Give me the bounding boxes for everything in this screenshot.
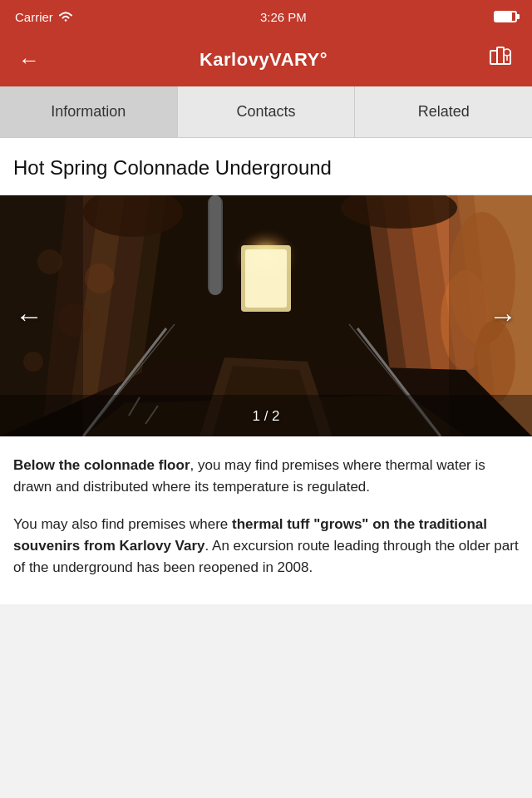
svg-point-43 bbox=[85, 264, 115, 293]
tunnel-image bbox=[0, 195, 532, 436]
battery-display bbox=[494, 11, 517, 22]
status-bar: Carrier 3:26 PM bbox=[0, 0, 532, 33]
paragraph-2-start: You may also find premises where bbox=[13, 516, 232, 532]
svg-rect-39 bbox=[209, 195, 221, 295]
svg-rect-1 bbox=[497, 47, 504, 64]
carousel-next-button[interactable]: → bbox=[474, 292, 532, 341]
tab-bar: Information Contacts Related bbox=[0, 86, 532, 138]
carrier-label: Carrier bbox=[15, 10, 53, 24]
svg-point-5 bbox=[504, 49, 510, 56]
description-text: Below the colonnade floor, you may find … bbox=[0, 436, 532, 604]
place-title: Hot Spring Colonnade Underground bbox=[0, 138, 532, 195]
bold-text-1: Below the colonnade floor bbox=[13, 457, 190, 473]
tab-information[interactable]: Information bbox=[0, 86, 178, 137]
tab-related[interactable]: Related bbox=[355, 86, 532, 137]
image-carousel: ← 1 / 2 → bbox=[0, 195, 532, 436]
description-paragraph-2: You may also find premises where thermal… bbox=[13, 514, 519, 579]
carrier-wifi: Carrier bbox=[15, 10, 73, 24]
carousel-prev-button[interactable]: ← bbox=[0, 292, 58, 341]
time-display: 3:26 PM bbox=[260, 10, 307, 24]
main-content: Hot Spring Colonnade Underground bbox=[0, 138, 532, 604]
svg-rect-35 bbox=[245, 249, 287, 308]
carousel-counter: 1 / 2 bbox=[252, 408, 279, 425]
wifi-icon bbox=[58, 11, 73, 22]
tab-contacts[interactable]: Contacts bbox=[178, 86, 356, 137]
nav-bar: ← KarlovyVARY° bbox=[0, 33, 532, 86]
map-icon[interactable] bbox=[480, 37, 520, 82]
svg-rect-0 bbox=[490, 51, 497, 64]
battery-icon bbox=[494, 11, 517, 22]
nav-title: KarlovyVARY° bbox=[200, 49, 328, 71]
back-button[interactable]: ← bbox=[12, 41, 47, 80]
description-paragraph-1: Below the colonnade floor, you may find … bbox=[13, 455, 519, 499]
